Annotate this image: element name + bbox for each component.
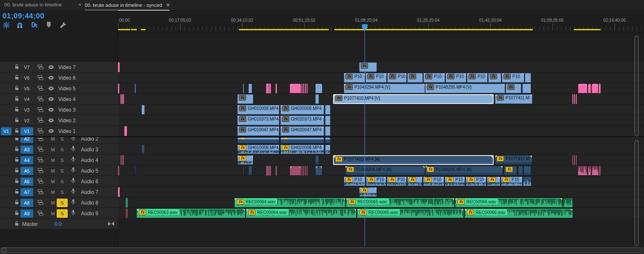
- fx-badge[interactable]: fx: [361, 63, 368, 69]
- mute-button-A2[interactable]: M: [48, 137, 58, 143]
- fx-badge[interactable]: fx: [282, 106, 289, 111]
- sync-lock-icon[interactable]: [37, 200, 43, 205]
- fx-badge[interactable]: fx: [237, 199, 244, 205]
- lock-icon[interactable]: [14, 146, 20, 152]
- sync-lock-icon[interactable]: [37, 179, 43, 184]
- sync-lock-icon[interactable]: [37, 96, 43, 101]
- eye-icon[interactable]: [48, 75, 55, 80]
- clip-pdw[interactable]: [588, 166, 591, 176]
- sync-lock-icon[interactable]: [37, 64, 43, 69]
- sync-lock-icon[interactable]: [37, 168, 43, 173]
- horizontal-scrollbar[interactable]: [0, 246, 644, 254]
- clip-P10[interactable]: fxP10: [344, 176, 365, 186]
- sync-lock-icon[interactable]: [37, 189, 43, 194]
- clip-v[interactable]: fx: [359, 62, 377, 72]
- clip-P1048295.MP4 [V][interactable]: fxP1048295.MP4 [V]: [425, 84, 505, 93]
- nest-sequences-icon[interactable]: [3, 21, 10, 29]
- clip-p[interactable]: [276, 84, 277, 93]
- playhead-timecode[interactable]: 01;09;44;00: [3, 12, 44, 20]
- clip-a[interactable]: [141, 144, 145, 154]
- fx-badge[interactable]: fx: [506, 167, 513, 172]
- mute-button-A5[interactable]: M: [48, 167, 58, 175]
- fx-badge[interactable]: fx: [335, 156, 342, 162]
- clip-P1077410.MP4 [A][interactable]: fxP1077410.MP4 [A]: [333, 155, 494, 165]
- clip-gs[interactable]: [126, 198, 128, 208]
- track-target-A2[interactable]: A2: [20, 137, 33, 143]
- fx-badge[interactable]: fx: [239, 156, 246, 161]
- clip-pd[interactable]: [122, 155, 123, 165]
- solo-button-A3[interactable]: S: [58, 145, 67, 154]
- horizontal-scrollbar-left-handle[interactable]: [1, 248, 6, 253]
- clip-GH020008.MP4[interactable]: fxGH020008.MP4: [280, 144, 324, 154]
- lock-icon[interactable]: [14, 178, 20, 184]
- clip-h[interactable]: [325, 144, 331, 154]
- timeline-settings-icon[interactable]: [60, 21, 67, 29]
- sync-lock-icon[interactable]: [37, 75, 43, 80]
- clip-p[interactable]: [124, 126, 127, 136]
- clip-h[interactable]: fx: [407, 176, 423, 186]
- fx-badge[interactable]: fx: [282, 127, 289, 133]
- clip-v[interactable]: [248, 84, 252, 93]
- clip-GH010008.MP4[interactable]: fxGH010008.MP4: [237, 144, 279, 154]
- fx-badge[interactable]: fx: [367, 74, 374, 79]
- clip-h2[interactable]: [325, 137, 331, 144]
- snap-button[interactable]: [16, 21, 25, 30]
- lock-icon[interactable]: [14, 221, 20, 226]
- mic-icon[interactable]: [71, 178, 75, 184]
- fx-badge[interactable]: fx: [446, 177, 454, 182]
- fx-badge[interactable]: fx: [457, 199, 465, 205]
- track-target-V3[interactable]: V3: [20, 106, 33, 114]
- eye-icon[interactable]: [48, 86, 55, 91]
- track-target-V2[interactable]: V2: [20, 116, 33, 124]
- clip-P10[interactable]: fxP10: [387, 73, 407, 83]
- track-target-V6[interactable]: V6: [20, 74, 33, 82]
- clip-P1077411.M[interactable]: fxP1077411.M: [495, 155, 532, 165]
- clip-v[interactable]: [325, 115, 331, 125]
- clip-vb[interactable]: [315, 84, 322, 93]
- fx-badge[interactable]: fx: [239, 127, 246, 133]
- fx-badge[interactable]: fx: [239, 116, 246, 122]
- fx-badge[interactable]: fx: [489, 177, 496, 182]
- clip-p[interactable]: [307, 84, 308, 93]
- panel-menu-icon[interactable]: ≡: [167, 2, 170, 8]
- clip-P10[interactable]: fxP10: [501, 176, 523, 186]
- clip-a[interactable]: [248, 166, 252, 176]
- clip-v[interactable]: [525, 73, 531, 83]
- fx-badge[interactable]: fx: [348, 199, 356, 205]
- solo-button-A6[interactable]: S: [58, 177, 67, 186]
- mute-button-A4[interactable]: M: [48, 156, 58, 165]
- clip-h[interactable]: fx: [487, 176, 500, 186]
- fx-badge[interactable]: fx: [345, 177, 353, 182]
- mic-icon[interactable]: [71, 210, 75, 216]
- fx-badge[interactable]: fx: [467, 177, 474, 182]
- sync-lock-icon[interactable]: [37, 147, 43, 152]
- clip-P10[interactable]: fxP10: [446, 73, 466, 83]
- sync-lock-icon[interactable]: [37, 211, 43, 216]
- lock-icon[interactable]: [14, 167, 20, 173]
- clip-v[interactable]: [135, 84, 136, 93]
- clip-pdw[interactable]: [592, 166, 599, 176]
- clip-pd[interactable]: [121, 155, 121, 165]
- sync-lock-icon[interactable]: [37, 118, 43, 123]
- clip-P10[interactable]: fxP10: [502, 73, 524, 83]
- lock-icon[interactable]: [14, 128, 20, 133]
- time-ruler[interactable]: ;00;0000;17;05;0200;34;10;0200;51;15;020…: [118, 17, 644, 33]
- audio-scrollbar-thumb[interactable]: [635, 140, 638, 246]
- clip-pb[interactable]: [592, 84, 598, 93]
- solo-button-A5[interactable]: S: [58, 167, 67, 175]
- clip-GH020008.MP4[interactable]: fxGH020008.MP4: [280, 105, 324, 115]
- clip-pd[interactable]: [305, 166, 306, 176]
- clip-p[interactable]: [122, 94, 123, 104]
- clip-GH020047.MP4[interactable]: fxGH020047.MP4: [280, 126, 324, 136]
- clip-a[interactable]: [523, 166, 531, 176]
- clip-h[interactable]: fx: [237, 155, 253, 165]
- fx-badge[interactable]: fx: [497, 156, 504, 162]
- fx-badge[interactable]: fx: [389, 74, 396, 79]
- add-marker-button[interactable]: [46, 21, 55, 30]
- lock-icon[interactable]: [14, 96, 20, 101]
- clip-p[interactable]: [305, 84, 306, 93]
- clip-pd[interactable]: [269, 166, 271, 176]
- horizontal-scrollbar-thumb[interactable]: [1, 248, 642, 253]
- add-marker-icon[interactable]: [46, 21, 52, 28]
- fx-badge[interactable]: fx: [345, 74, 353, 79]
